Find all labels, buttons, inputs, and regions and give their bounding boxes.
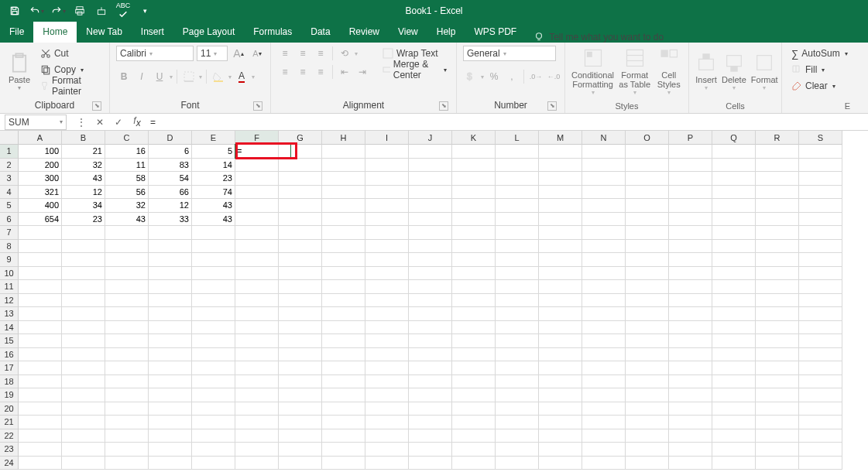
cell-Q19[interactable] — [712, 388, 756, 402]
cell-P5[interactable] — [669, 199, 712, 213]
cell-S9[interactable] — [799, 253, 842, 267]
col-header-L[interactable]: L — [496, 131, 539, 145]
cell-D7[interactable] — [149, 226, 192, 240]
cell-J4[interactable] — [409, 186, 452, 200]
cell-F17[interactable] — [235, 361, 279, 375]
cell-K19[interactable] — [452, 388, 496, 402]
cell-I6[interactable] — [365, 213, 409, 227]
delete-cells-button[interactable]: Delete▾ — [722, 46, 746, 97]
cell-J18[interactable] — [409, 375, 452, 389]
alignment-launcher-icon[interactable]: ⬊ — [439, 101, 448, 111]
cell-Q18[interactable] — [712, 375, 756, 389]
fill-button[interactable]: Fill▾ — [788, 62, 853, 77]
col-header-D[interactable]: D — [149, 131, 192, 145]
cell-R14[interactable] — [756, 321, 799, 335]
cell-H15[interactable] — [322, 334, 365, 348]
cell-E18[interactable] — [192, 375, 235, 389]
paste-button[interactable]: Paste ▾ — [6, 46, 33, 97]
row-header-6[interactable]: 6 — [0, 213, 19, 227]
cell-E6[interactable]: 43 — [192, 213, 235, 227]
cell-D9[interactable] — [149, 253, 192, 267]
cell-H13[interactable] — [322, 307, 365, 321]
cell-N17[interactable] — [582, 361, 626, 375]
cell-I21[interactable] — [365, 416, 409, 429]
cell-A1[interactable]: 100 — [19, 145, 62, 159]
cell-C14[interactable] — [105, 321, 149, 335]
cell-B21[interactable] — [62, 416, 105, 429]
cell-G5[interactable] — [279, 199, 322, 213]
cell-M5[interactable] — [539, 199, 582, 213]
cell-I12[interactable] — [365, 294, 409, 308]
cell-L1[interactable] — [496, 145, 539, 159]
col-header-F[interactable]: F — [235, 131, 279, 145]
cell-E3[interactable]: 23 — [192, 172, 235, 186]
cell-A24[interactable] — [19, 457, 62, 470]
cell-F24[interactable] — [235, 457, 279, 470]
cell-B5[interactable]: 34 — [62, 199, 105, 213]
select-all-corner[interactable] — [0, 131, 19, 145]
cell-C4[interactable]: 56 — [105, 186, 149, 200]
cell-E4[interactable]: 74 — [192, 186, 235, 200]
cell-R22[interactable] — [756, 429, 799, 443]
accounting-icon[interactable]: $ — [463, 69, 479, 84]
cell-P6[interactable] — [669, 213, 712, 227]
cell-G17[interactable] — [279, 361, 322, 375]
cell-R9[interactable] — [756, 253, 799, 267]
cell-D22[interactable] — [149, 429, 192, 443]
cell-H2[interactable] — [322, 159, 365, 173]
cell-E13[interactable] — [192, 307, 235, 321]
cell-D1[interactable]: 6 — [149, 145, 192, 159]
cell-L22[interactable] — [496, 429, 539, 443]
cell-A23[interactable] — [19, 443, 62, 457]
cell-J23[interactable] — [409, 443, 452, 457]
cell-B13[interactable] — [62, 307, 105, 321]
underline-icon[interactable]: U — [152, 69, 167, 84]
cell-L4[interactable] — [496, 186, 539, 200]
tab-wpspdf[interactable]: WPS PDF — [465, 22, 526, 43]
cell-O18[interactable] — [626, 375, 669, 389]
align-center-icon[interactable]: ≡ — [295, 64, 310, 80]
cell-M23[interactable] — [539, 443, 582, 457]
cell-H24[interactable] — [322, 457, 365, 470]
cell-G11[interactable] — [279, 280, 322, 294]
cell-A5[interactable]: 400 — [19, 199, 62, 213]
row-header-14[interactable]: 14 — [0, 321, 19, 335]
cell-P13[interactable] — [669, 307, 712, 321]
cell-C20[interactable] — [105, 402, 149, 416]
cell-D13[interactable] — [149, 307, 192, 321]
cell-I15[interactable] — [365, 334, 409, 348]
cell-B1[interactable]: 21 — [62, 145, 105, 159]
cell-C13[interactable] — [105, 307, 149, 321]
cell-I10[interactable] — [365, 267, 409, 281]
cell-S2[interactable] — [799, 159, 842, 173]
cell-P15[interactable] — [669, 334, 712, 348]
cell-G12[interactable] — [279, 294, 322, 308]
col-header-P[interactable]: P — [669, 131, 712, 145]
cell-M9[interactable] — [539, 253, 582, 267]
cell-I20[interactable] — [365, 402, 409, 416]
cell-J10[interactable] — [409, 267, 452, 281]
spelling-icon[interactable]: ABC — [115, 2, 132, 19]
cell-O1[interactable] — [626, 145, 669, 159]
cell-P21[interactable] — [669, 416, 712, 429]
cell-H10[interactable] — [322, 267, 365, 281]
cell-Q12[interactable] — [712, 294, 756, 308]
save-icon[interactable] — [6, 2, 23, 19]
cell-R12[interactable] — [756, 294, 799, 308]
cell-S4[interactable] — [799, 186, 842, 200]
cell-H9[interactable] — [322, 253, 365, 267]
tab-newtab[interactable]: New Tab — [77, 22, 131, 43]
cell-L18[interactable] — [496, 375, 539, 389]
cell-M15[interactable] — [539, 334, 582, 348]
cell-F20[interactable] — [235, 402, 279, 416]
cell-N10[interactable] — [582, 267, 626, 281]
font-launcher-icon[interactable]: ⬊ — [253, 101, 262, 111]
cell-S21[interactable] — [799, 416, 842, 429]
cell-F8[interactable] — [235, 240, 279, 254]
cell-D14[interactable] — [149, 321, 192, 335]
cell-S7[interactable] — [799, 226, 842, 240]
cell-S12[interactable] — [799, 294, 842, 308]
cell-P20[interactable] — [669, 402, 712, 416]
cell-N24[interactable] — [582, 457, 626, 470]
cell-S22[interactable] — [799, 429, 842, 443]
